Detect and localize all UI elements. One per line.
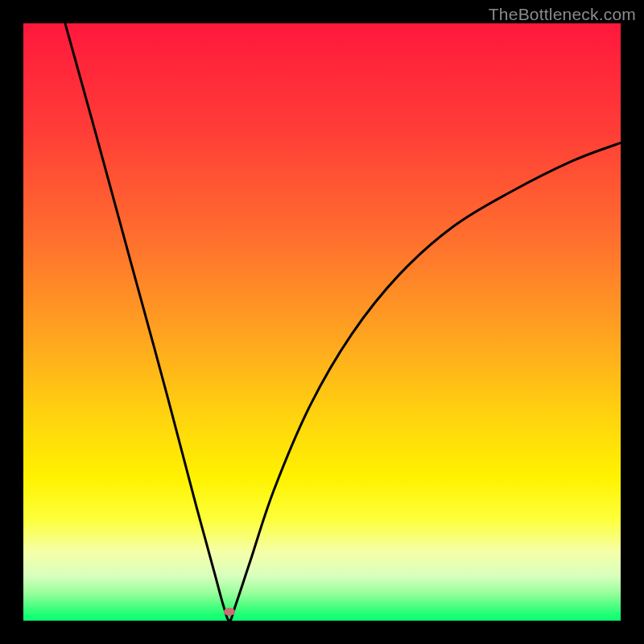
outer-frame: TheBottleneck.com [0,0,644,644]
minimum-marker [224,608,235,616]
plot-area [23,23,621,621]
bottleneck-curve [23,23,621,621]
watermark-text: TheBottleneck.com [489,5,636,24]
